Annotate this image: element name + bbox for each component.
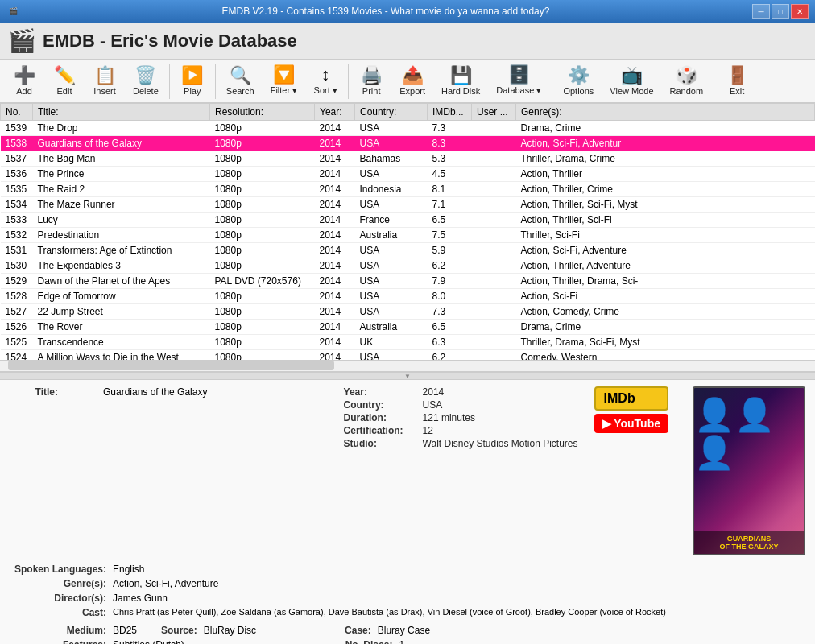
search-button[interactable]: 🔍 Search bbox=[219, 64, 262, 99]
cell-4: USA bbox=[355, 243, 428, 258]
cast-row: Cast: Chris Pratt (as Peter Quill), Zoe … bbox=[10, 607, 805, 618]
hscroll-thumb[interactable] bbox=[8, 361, 334, 370]
col-year[interactable]: Year: bbox=[315, 104, 355, 121]
cell-1: The Drop bbox=[33, 121, 210, 136]
table-row[interactable]: 1537The Bag Man1080p2014Bahamas5.3Thrill… bbox=[1, 151, 815, 167]
cell-1: The Rover bbox=[33, 320, 210, 335]
table-row[interactable]: 1524A Million Ways to Die in the West108… bbox=[1, 350, 815, 361]
cell-5: 7.9 bbox=[428, 274, 472, 289]
col-genre[interactable]: Genre(s): bbox=[516, 104, 815, 121]
maximize-button[interactable]: □ bbox=[772, 4, 789, 19]
search-label: Search bbox=[226, 86, 254, 96]
table-row[interactable]: 1535The Raid 21080p2014Indonesia8.1Actio… bbox=[1, 182, 815, 197]
table-row[interactable]: 1530The Expendables 31080p2014USA6.2Acti… bbox=[1, 258, 815, 274]
table-row[interactable]: 1534The Maze Runner1080p2014USA7.1Action… bbox=[1, 197, 815, 213]
features-group: Features: Subtitles (Dutch) bbox=[10, 639, 184, 644]
details-panel: Title: Guardians of the Galaxy Year: 201… bbox=[0, 380, 815, 644]
cert-value: 12 bbox=[423, 425, 433, 436]
cell-1: Guardians of the Galaxy bbox=[33, 136, 210, 151]
options-icon: ⚙️ bbox=[568, 67, 590, 85]
table-row[interactable]: 1539The Drop1080p2014USA7.3Drama, Crime bbox=[1, 121, 815, 136]
add-button[interactable]: ➕ Add bbox=[5, 64, 43, 99]
cell-7: Action, Thriller, Drama, Sci- bbox=[516, 274, 815, 289]
col-user[interactable]: User ... bbox=[472, 104, 516, 121]
edit-button[interactable]: ✏️ Edit bbox=[45, 64, 84, 99]
table-row[interactable]: 1526The Rover1080p2014Australia6.5Drama,… bbox=[1, 320, 815, 335]
cell-2: 1080p bbox=[210, 350, 315, 361]
print-button[interactable]: 🖨️ Print bbox=[352, 64, 391, 99]
table-row[interactable]: 1528Edge of Tomorrow1080p2014USA8.0Actio… bbox=[1, 289, 815, 304]
edit-label: Edit bbox=[57, 86, 72, 96]
split-handle[interactable]: ▼ bbox=[0, 372, 815, 380]
cell-7: Drama, Crime bbox=[516, 320, 815, 335]
source-group: Source: BluRay Disc bbox=[161, 625, 256, 636]
close-button[interactable]: ✕ bbox=[791, 4, 809, 19]
delete-button[interactable]: 🗑️ Delete bbox=[126, 64, 166, 99]
database-label: Database ▾ bbox=[496, 85, 541, 96]
col-resolution[interactable]: Resolution: bbox=[210, 104, 315, 121]
col-no[interactable]: No. bbox=[1, 104, 33, 121]
delete-label: Delete bbox=[133, 86, 159, 96]
table-row[interactable]: 1529Dawn of the Planet of the ApesPAL DV… bbox=[1, 274, 815, 289]
table-row[interactable]: 1533Lucy1080p2014France6.5Action, Thrill… bbox=[1, 213, 815, 228]
cell-3: 2014 bbox=[315, 335, 355, 350]
table-row[interactable]: 1538Guardians of the Galaxy1080p2014USA8… bbox=[1, 136, 815, 151]
cell-5: 7.3 bbox=[428, 304, 472, 320]
cell-5: 8.3 bbox=[428, 136, 472, 151]
play-button[interactable]: ▶️ Play bbox=[173, 64, 212, 99]
cell-3: 2014 bbox=[315, 121, 355, 136]
horizontal-scrollbar[interactable] bbox=[0, 361, 815, 372]
movie-table-container[interactable]: No. Title: Resolution: Year: Country: IM… bbox=[0, 103, 815, 361]
cell-3: 2014 bbox=[315, 213, 355, 228]
cell-0: 1525 bbox=[1, 335, 33, 350]
options-button[interactable]: ⚙️ Options bbox=[556, 64, 601, 99]
col-title[interactable]: Title: bbox=[33, 104, 210, 121]
table-row[interactable]: 1525Transcendence1080p2014UK6.3Thriller,… bbox=[1, 335, 815, 350]
harddisk-icon: 💾 bbox=[450, 67, 472, 85]
harddisk-label: Hard Disk bbox=[441, 86, 480, 96]
exit-button[interactable]: 🚪 Exit bbox=[718, 64, 756, 99]
year-label: Year: bbox=[344, 386, 416, 398]
app-title: EMDB - Eric's Movie Database bbox=[43, 31, 297, 52]
database-button[interactable]: 🗄️ Database ▾ bbox=[489, 63, 548, 99]
cell-4: USA bbox=[355, 136, 428, 151]
collapse-icon: ▼ bbox=[404, 373, 411, 380]
filter-button[interactable]: 🔽 Filter ▾ bbox=[263, 63, 305, 99]
cell-4: USA bbox=[355, 274, 428, 289]
year-value: 2014 bbox=[423, 386, 445, 398]
harddisk-button[interactable]: 💾 Hard Disk bbox=[434, 64, 487, 99]
random-button[interactable]: 🎲 Random bbox=[663, 64, 711, 99]
minimize-button[interactable]: ─ bbox=[752, 4, 770, 19]
cell-7: Action, Comedy, Crime bbox=[516, 304, 815, 320]
cell-7: Action, Thriller, Sci-Fi, Myst bbox=[516, 197, 815, 213]
col-imdb[interactable]: IMDb... bbox=[428, 104, 472, 121]
random-icon: 🎲 bbox=[676, 67, 697, 85]
table-row[interactable]: 1532Predestination1080p2014Australia7.5T… bbox=[1, 228, 815, 243]
export-button[interactable]: 📤 Export bbox=[392, 64, 432, 99]
cell-0: 1537 bbox=[1, 151, 33, 167]
cell-6 bbox=[472, 335, 516, 350]
poster-figures: 👤👤👤 bbox=[694, 396, 804, 472]
sort-button[interactable]: ↕️ Sort ▾ bbox=[306, 63, 345, 99]
title-field-label: Title: bbox=[10, 386, 58, 398]
viewmode-button[interactable]: 📺 View Mode bbox=[602, 64, 660, 99]
poster-title-text: GUARDIANSOF THE GALAXY bbox=[694, 531, 804, 554]
right-meta-panel: Year: 2014 Country: USA Duration: 121 mi… bbox=[344, 386, 578, 451]
table-row[interactable]: 1536The Prince1080p2014USA4.5Action, Thr… bbox=[1, 167, 815, 182]
director-row: Director(s): James Gunn bbox=[10, 592, 805, 604]
random-label: Random bbox=[670, 86, 704, 96]
cell-3: 2014 bbox=[315, 304, 355, 320]
table-row[interactable]: 1531Transformers: Age of Extinction1080p… bbox=[1, 243, 815, 258]
print-icon: 🖨️ bbox=[361, 67, 383, 85]
case-group: Case: Bluray Case bbox=[345, 625, 430, 636]
table-row[interactable]: 152722 Jump Street1080p2014USA7.3Action,… bbox=[1, 304, 815, 320]
col-country[interactable]: Country: bbox=[355, 104, 428, 121]
cell-0: 1531 bbox=[1, 243, 33, 258]
cell-6 bbox=[472, 136, 516, 151]
youtube-button[interactable]: ▶ YouTube bbox=[594, 414, 668, 433]
cell-1: The Prince bbox=[33, 167, 210, 182]
cell-7: Action, Thriller bbox=[516, 167, 815, 182]
insert-button[interactable]: 📋 Insert bbox=[85, 64, 124, 99]
imdb-button[interactable]: IMDb bbox=[594, 386, 668, 411]
cell-5: 6.5 bbox=[428, 213, 472, 228]
